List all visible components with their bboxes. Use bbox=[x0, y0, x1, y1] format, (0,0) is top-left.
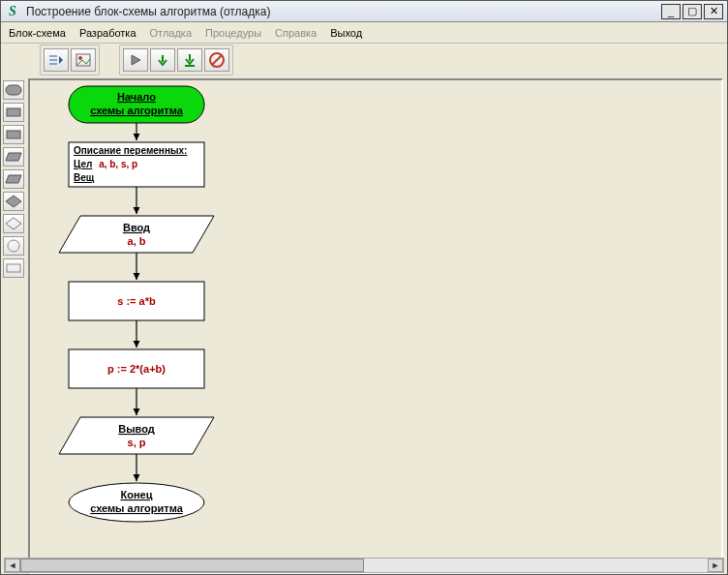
shape-palette bbox=[1, 76, 26, 574]
svg-point-4 bbox=[78, 56, 82, 60]
palette-process-icon[interactable] bbox=[3, 103, 24, 122]
node-start-line2: схемы алгоритма bbox=[90, 105, 183, 116]
palette-io-icon[interactable] bbox=[3, 147, 24, 166]
node-output[interactable]: Вывод s, p bbox=[59, 417, 214, 454]
toolbar-edit-group bbox=[40, 45, 100, 76]
main-window: S Построение блок-схемы алгоритма (отлад… bbox=[0, 0, 728, 575]
svg-rect-9 bbox=[7, 108, 20, 116]
app-icon: S bbox=[5, 4, 20, 19]
node-start[interactable]: Начало схемы алгоритма bbox=[69, 86, 204, 123]
svg-rect-12 bbox=[7, 264, 20, 272]
menu-procedures[interactable]: Процедуры bbox=[205, 27, 261, 39]
palette-decision2-icon[interactable] bbox=[3, 214, 24, 233]
minimize-button[interactable]: _ bbox=[661, 4, 681, 19]
window-title: Построение блок-схемы алгоритма (отладка… bbox=[26, 5, 653, 18]
input-title: Ввод bbox=[123, 222, 150, 233]
toolbar-stop-icon[interactable] bbox=[204, 48, 229, 72]
node-input[interactable]: Ввод a, b bbox=[59, 216, 214, 253]
scroll-right-icon[interactable]: ► bbox=[708, 559, 723, 572]
palette-terminator-icon[interactable] bbox=[3, 80, 24, 100]
node-start-line1: Начало bbox=[117, 91, 156, 103]
toolbar-run-group bbox=[119, 45, 233, 76]
menubar: Блок-схема Разработка Отладка Процедуры … bbox=[1, 22, 727, 44]
scroll-thumb[interactable] bbox=[20, 559, 364, 572]
node-proc2[interactable]: p := 2*(a+b) bbox=[69, 349, 204, 388]
toolbars bbox=[1, 44, 727, 76]
node-vars[interactable]: Описание переменных: Цел a, b, s, p Вещ bbox=[69, 142, 204, 187]
toolbar-step-to-line-icon[interactable] bbox=[177, 48, 202, 72]
svg-line-7 bbox=[212, 55, 222, 65]
toolbar-step-down-icon[interactable] bbox=[150, 48, 175, 72]
svg-text:Цел
            a, b, s, p: Цел a, b, s, p bbox=[74, 159, 137, 169]
toolbar-play-icon[interactable] bbox=[123, 48, 148, 72]
vars-real-label: Вещ bbox=[74, 172, 95, 183]
output-title: Вывод bbox=[118, 423, 155, 435]
vars-title: Описание переменных: bbox=[74, 145, 187, 156]
output-args: s, p bbox=[128, 437, 146, 448]
palette-process2-icon[interactable] bbox=[3, 125, 24, 144]
close-button[interactable]: ✕ bbox=[704, 4, 723, 19]
maximize-button[interactable]: ▢ bbox=[682, 4, 702, 19]
menu-develop[interactable]: Разработка bbox=[79, 27, 136, 39]
svg-rect-10 bbox=[7, 131, 20, 138]
menu-debug[interactable]: Отладка bbox=[150, 27, 192, 39]
node-end-line1: Конец bbox=[121, 489, 153, 500]
scroll-track[interactable] bbox=[20, 559, 708, 572]
toolbar-edit-icon[interactable] bbox=[44, 48, 69, 72]
scroll-left-icon[interactable]: ◄ bbox=[5, 559, 20, 572]
palette-rect-icon[interactable] bbox=[3, 258, 24, 278]
toolbar-image-icon[interactable] bbox=[71, 48, 96, 72]
vars-int-list: a, b, s, p bbox=[99, 159, 137, 169]
palette-io2-icon[interactable] bbox=[3, 169, 24, 189]
menu-scheme[interactable]: Блок-схема bbox=[9, 27, 66, 39]
flowchart-canvas[interactable]: Начало схемы алгоритма Описание переменн… bbox=[30, 80, 723, 560]
proc2-text: p := 2*(a+b) bbox=[107, 363, 166, 375]
svg-rect-8 bbox=[6, 85, 21, 95]
palette-connector-icon[interactable] bbox=[3, 236, 24, 256]
proc1-text: s := a*b bbox=[117, 295, 156, 307]
workarea: Начало схемы алгоритма Описание переменн… bbox=[1, 76, 727, 574]
palette-decision-icon[interactable] bbox=[3, 192, 24, 211]
node-proc1[interactable]: s := a*b bbox=[69, 282, 204, 320]
window-buttons: _ ▢ ✕ bbox=[659, 4, 723, 19]
canvas-frame: Начало схемы алгоритма Описание переменн… bbox=[28, 78, 723, 574]
input-args: a, b bbox=[128, 235, 146, 247]
titlebar: S Построение блок-схемы алгоритма (отлад… bbox=[1, 1, 727, 22]
node-end[interactable]: Конец схемы алгоритма bbox=[69, 483, 204, 522]
vars-int-label: Цел bbox=[74, 159, 92, 169]
svg-point-11 bbox=[8, 240, 19, 252]
menu-exit[interactable]: Выход bbox=[330, 27, 362, 39]
node-end-line2: схемы алгоритма bbox=[90, 502, 183, 514]
menu-help[interactable]: Справка bbox=[275, 27, 317, 39]
horizontal-scrollbar[interactable]: ◄ ► bbox=[4, 558, 724, 573]
